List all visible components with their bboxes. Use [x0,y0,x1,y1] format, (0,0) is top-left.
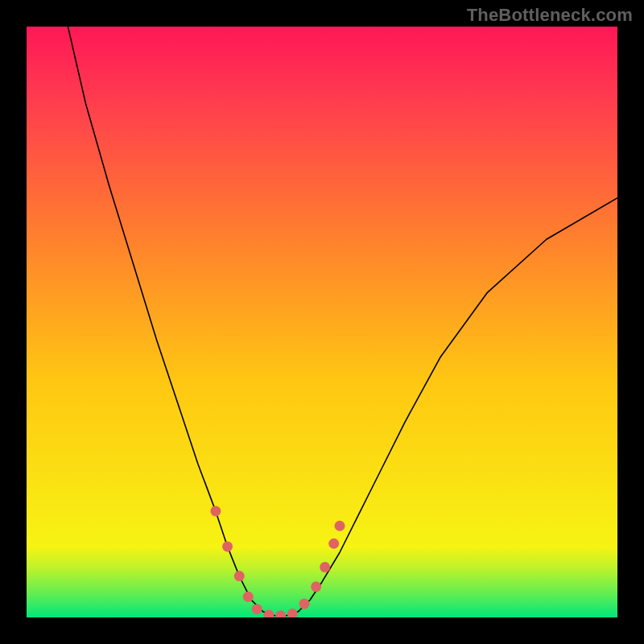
optimal-marker [311,581,321,592]
optimal-marker [210,506,221,516]
optimal-marker [222,541,233,551]
optimal-marker [299,599,309,609]
watermark-text: TheBottleneck.com [467,5,633,26]
optimal-marker [234,571,245,581]
chart-frame: TheBottleneck.com [0,0,644,644]
optimal-marker [320,562,330,572]
optimal-marker [252,604,262,614]
optimal-marker [328,539,339,549]
gradient-background [27,27,617,617]
optimal-marker [243,592,254,602]
bottleneck-chart [27,27,617,617]
optimal-marker [335,521,345,531]
